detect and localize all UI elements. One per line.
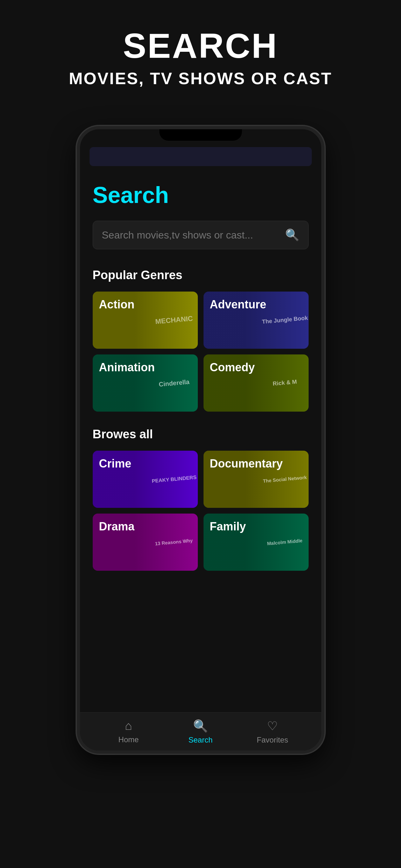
popular-genres-grid: Action MECHANIC Adventure The Jungle Boo… [93,291,309,412]
nav-label-home: Home [118,735,139,744]
search-page: Search 🔍 Popular Genres Action MECHANIC [80,166,321,593]
popular-genres-label: Popular Genres [93,268,309,282]
adventure-poster: The Jungle Book [261,291,309,349]
bottom-nav: ⌂ Home 🔍 Search ♡ Favorites [80,712,321,750]
search-icon[interactable]: 🔍 [285,228,299,242]
search-nav-icon: 🔍 [193,719,208,733]
home-icon: ⌂ [125,719,132,733]
status-bar [90,147,312,166]
page-title: Search [93,182,309,208]
search-input[interactable] [102,229,285,241]
genre-card-animation[interactable]: Animation Cinderella [93,354,198,412]
nav-item-favorites[interactable]: ♡ Favorites [237,719,309,744]
genre-card-family[interactable]: Family Malcolm Middle [204,514,309,571]
promo-title: SEARCH [123,25,278,66]
promo-section: SEARCH MOVIES, TV SHOWS OR CAST [0,0,401,107]
phone-notch [159,129,242,141]
comedy-poster: Rick & M [261,354,309,412]
drama-poster: 13 Reasons Why [151,514,198,571]
promo-subtitle: MOVIES, TV SHOWS OR CAST [69,69,332,88]
genre-card-action[interactable]: Action MECHANIC [93,291,198,349]
genre-card-documentary[interactable]: Documentary The Social Network [204,451,309,508]
nav-label-favorites: Favorites [257,736,288,744]
favorites-icon: ♡ [267,719,278,733]
animation-poster: Cinderella [151,354,198,412]
nav-label-search: Search [188,736,212,744]
phone-mockup: Search 🔍 Popular Genres Action MECHANIC [77,126,325,754]
nav-item-home[interactable]: ⌂ Home [93,719,165,744]
nav-item-search[interactable]: 🔍 Search [164,719,237,744]
crime-poster: PEAKY BLINDERS [151,451,198,508]
family-poster: Malcolm Middle [261,514,309,571]
search-bar[interactable]: 🔍 [93,221,309,249]
browse-all-label: Browes all [93,428,309,441]
genre-card-comedy[interactable]: Comedy Rick & M [204,354,309,412]
phone-screen: Search 🔍 Popular Genres Action MECHANIC [80,147,321,750]
action-poster: MECHANIC [151,291,198,349]
browse-all-grid: Crime PEAKY BLINDERS Documentary The Soc… [93,451,309,571]
genre-card-adventure[interactable]: Adventure The Jungle Book [204,291,309,349]
genre-card-crime[interactable]: Crime PEAKY BLINDERS [93,451,198,508]
genre-card-drama[interactable]: Drama 13 Reasons Why [93,514,198,571]
